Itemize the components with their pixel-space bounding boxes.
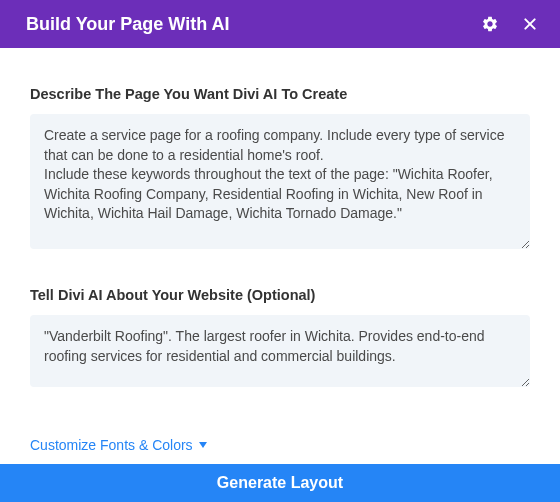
- header-icons: [480, 14, 540, 34]
- modal-content: Describe The Page You Want Divi AI To Cr…: [0, 48, 560, 464]
- gear-icon: [481, 15, 499, 33]
- modal-footer: Generate Layout: [0, 464, 560, 502]
- modal-title: Build Your Page With AI: [26, 14, 480, 35]
- customize-link-label: Customize Fonts & Colors: [30, 437, 193, 453]
- chevron-down-icon: [199, 442, 207, 448]
- close-button[interactable]: [520, 14, 540, 34]
- about-textarea[interactable]: [30, 315, 530, 387]
- describe-textarea[interactable]: [30, 114, 530, 249]
- about-label: Tell Divi AI About Your Website (Optiona…: [30, 287, 530, 303]
- settings-button[interactable]: [480, 14, 500, 34]
- describe-label: Describe The Page You Want Divi AI To Cr…: [30, 86, 530, 102]
- close-icon: [522, 16, 538, 32]
- generate-layout-button[interactable]: Generate Layout: [0, 464, 560, 502]
- customize-fonts-colors-link[interactable]: Customize Fonts & Colors: [30, 437, 530, 453]
- modal-header: Build Your Page With AI: [0, 0, 560, 48]
